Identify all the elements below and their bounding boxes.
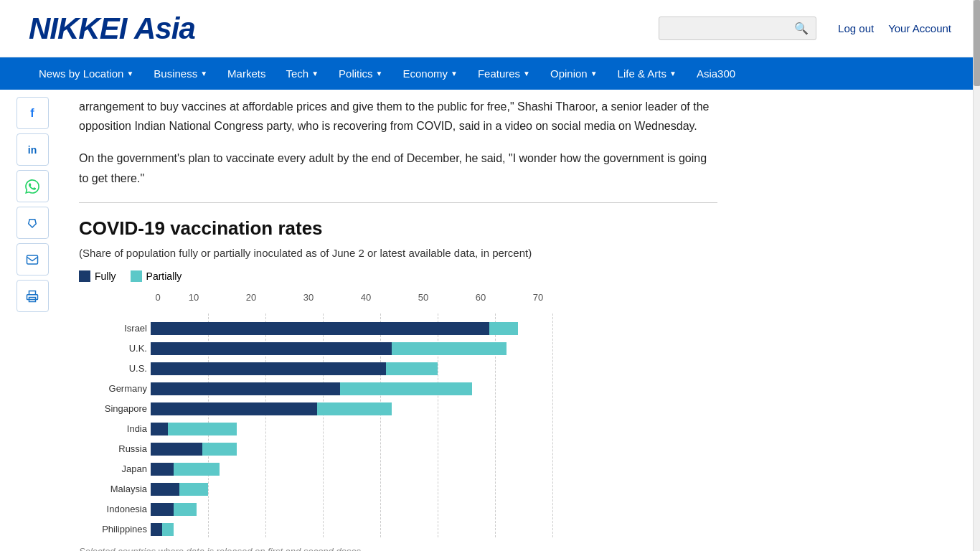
chevron-down-icon: ▼ <box>669 70 677 77</box>
logo-nikkei: NIKKEI <box>29 11 126 45</box>
bar-container <box>151 382 472 395</box>
bar-chart-wrapper: 010203040506070 IsraelU.K.U.S.GermanySin… <box>79 292 717 537</box>
bar-partially <box>317 402 392 415</box>
bar-fully <box>151 423 168 435</box>
nav-item-tech[interactable]: Tech ▼ <box>275 57 329 90</box>
bar-container <box>151 362 438 375</box>
chart-subtitle: (Share of population fully or partially … <box>79 245 717 260</box>
nav-item-politics[interactable]: Politics ▼ <box>329 57 392 90</box>
account-link[interactable]: Your Account <box>888 22 951 34</box>
bar-row: Russia <box>151 441 717 457</box>
bar-fully <box>151 483 179 496</box>
bar-partially <box>168 423 237 435</box>
bar-partially <box>162 523 174 536</box>
legend-fully-color <box>79 270 90 282</box>
scrollbar[interactable] <box>973 0 980 551</box>
nav-item-economy[interactable]: Economy ▼ <box>392 57 467 90</box>
x-axis: 010203040506070 <box>151 292 717 303</box>
bar-fully <box>151 322 489 335</box>
nav-item-business[interactable]: Business ▼ <box>143 57 217 90</box>
scrollbar-thumb[interactable] <box>974 0 980 86</box>
bar-partially <box>174 503 197 516</box>
bar-row: U.K. <box>151 341 717 357</box>
svg-rect-0 <box>27 255 38 264</box>
section-divider <box>79 202 717 203</box>
chevron-down-icon: ▼ <box>200 70 207 77</box>
bar-partially <box>489 322 518 335</box>
nav-item-asia300[interactable]: Asia300 <box>687 57 745 90</box>
nav-item-features[interactable]: Features ▼ <box>468 57 540 90</box>
email-share-button[interactable] <box>17 243 49 276</box>
bar-container <box>151 463 220 476</box>
whatsapp-share-button[interactable] <box>17 170 49 202</box>
article-content: arrangement to buy vaccines at affordabl… <box>65 90 746 551</box>
bar-fully <box>151 463 174 476</box>
nav-item-markets[interactable]: Markets <box>217 57 275 90</box>
bar-row: Indonesia <box>151 501 717 517</box>
chevron-down-icon: ▼ <box>126 70 133 77</box>
header: NIKKEI Asia 🔍 Log out Your Account <box>0 0 980 57</box>
nav-item-news-by-location[interactable]: News by Location ▼ <box>29 57 143 90</box>
bar-partially <box>174 463 220 476</box>
bar-fully <box>151 443 202 456</box>
article-paragraph-1: arrangement to buy vaccines at affordabl… <box>79 97 717 136</box>
bar-partially <box>202 443 237 456</box>
social-sidebar: f in <box>0 90 65 551</box>
article-paragraph-2: On the government's plan to vaccinate ev… <box>79 149 717 187</box>
bar-fully <box>151 503 174 516</box>
header-actions: Log out Your Account <box>838 22 951 34</box>
bar-row: Israel <box>151 321 717 336</box>
bar-row: Japan <box>151 461 717 477</box>
bar-partially <box>392 342 507 355</box>
chart-title: COVID-19 vaccination rates <box>79 217 717 240</box>
bar-container <box>151 443 237 456</box>
bar-partially <box>386 362 438 375</box>
site-logo[interactable]: NIKKEI Asia <box>29 11 659 46</box>
bar-row: Germany <box>151 381 717 397</box>
legend-partially-label: Partially <box>146 270 182 282</box>
bar-container <box>151 423 237 435</box>
main-nav: News by Location ▼ Business ▼ Markets Te… <box>0 57 980 90</box>
bar-fully <box>151 402 317 415</box>
bar-partially <box>340 382 472 395</box>
bar-fully <box>151 382 340 395</box>
bar-chart: IsraelU.K.U.S.GermanySingaporeIndiaRussi… <box>151 314 717 537</box>
bar-partially <box>179 483 208 496</box>
bar-fully <box>151 342 392 355</box>
facebook-share-button[interactable]: f <box>17 97 49 129</box>
print-button[interactable] <box>17 280 49 312</box>
bar-row: India <box>151 421 717 437</box>
bar-row: U.S. <box>151 361 717 377</box>
bar-container <box>151 523 174 536</box>
chevron-down-icon: ▼ <box>590 70 598 77</box>
bar-fully <box>151 362 386 375</box>
linkedin-share-button[interactable]: in <box>17 133 49 166</box>
chevron-down-icon: ▼ <box>376 70 383 77</box>
legend-partially: Partially <box>131 270 182 282</box>
nav-item-opinion[interactable]: Opinion ▼ <box>540 57 608 90</box>
bar-container <box>151 402 392 415</box>
chevron-down-icon: ▼ <box>523 70 530 77</box>
bar-container <box>151 483 208 496</box>
search-input[interactable] <box>666 23 794 34</box>
bar-container <box>151 322 518 335</box>
right-sidebar <box>746 90 961 551</box>
chevron-down-icon: ▼ <box>451 70 458 77</box>
bar-container <box>151 342 507 355</box>
bar-row: Malaysia <box>151 481 717 497</box>
legend-fully-label: Fully <box>95 270 116 282</box>
chart-section: COVID-19 vaccination rates (Share of pop… <box>79 217 717 551</box>
bar-container <box>151 503 197 516</box>
bar-row: Singapore <box>151 401 717 417</box>
search-icon[interactable]: 🔍 <box>794 22 809 35</box>
logout-link[interactable]: Log out <box>838 22 874 34</box>
bar-row: Philippines <box>151 522 717 537</box>
nav-item-life-arts[interactable]: Life & Arts ▼ <box>608 57 687 90</box>
bar-fully <box>151 523 162 536</box>
bookmark-button[interactable] <box>17 207 49 239</box>
main-container: f in arrangement to buy vaccines at affo… <box>0 90 980 551</box>
legend-partially-color <box>131 270 142 282</box>
legend-fully: Fully <box>79 270 116 282</box>
chart-footer-note: Selected countries where data is release… <box>79 546 717 551</box>
search-bar[interactable]: 🔍 <box>659 17 816 40</box>
